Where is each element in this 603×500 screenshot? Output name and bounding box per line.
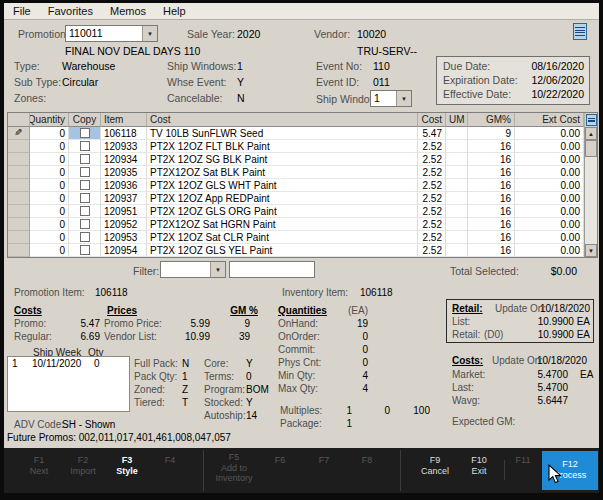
copy-checkbox[interactable]	[80, 141, 90, 151]
copy-cell[interactable]	[69, 166, 101, 179]
promotion-combobox[interactable]: 110011 ▼	[65, 25, 158, 42]
row-selector-cell[interactable]	[8, 153, 30, 166]
event-no-label: Event No:	[316, 60, 362, 72]
f4-button[interactable]: F4	[146, 455, 194, 466]
copy-cell[interactable]	[69, 153, 101, 166]
cost-cell: 2.52	[418, 192, 446, 205]
copy-cell[interactable]	[69, 140, 101, 153]
ship-week-date: 10/11/2020	[32, 358, 94, 369]
row-selector-cell[interactable]	[8, 179, 30, 192]
chevron-down-icon[interactable]: ▼	[142, 26, 157, 41]
filter-label: Filter:	[133, 265, 159, 277]
copy-checkbox[interactable]	[80, 232, 90, 242]
scrollbar-thumb[interactable]	[585, 140, 597, 157]
filter-combobox[interactable]: ▼	[160, 261, 226, 278]
terms-label: Terms:	[204, 371, 234, 382]
ship-window-combobox[interactable]: 1 ▼	[370, 90, 412, 107]
cost-cell: 2.52	[418, 153, 446, 166]
quantity-cell[interactable]: 0	[30, 244, 69, 257]
row-selector-cell[interactable]	[8, 166, 30, 179]
menu-file[interactable]: File	[13, 5, 31, 17]
item-cell: 120951	[101, 205, 147, 218]
f11-button[interactable]: F11	[499, 455, 547, 466]
quantity-cell[interactable]: 0	[30, 179, 69, 192]
f5-add-to-inventory-button[interactable]: F5Add to Inventory	[210, 452, 258, 484]
table-scrollbar[interactable]	[584, 113, 597, 127]
menu-bar: File Favorites Memos Help	[4, 3, 599, 20]
memo-list-icon[interactable]	[573, 23, 587, 40]
copy-checkbox[interactable]	[80, 206, 90, 216]
wavg-label: Wavg:	[452, 395, 480, 406]
f6-button[interactable]: F6	[256, 455, 304, 466]
type-label: Type:	[14, 60, 40, 72]
row-selector-cell[interactable]	[8, 192, 30, 205]
chevron-down-icon[interactable]: ▼	[396, 91, 411, 106]
f3-style-button[interactable]: F3Style	[103, 455, 151, 476]
quantity-cell[interactable]: 0	[30, 205, 69, 218]
quantity-cell[interactable]: 0	[30, 192, 69, 205]
ext-cost-cell: 0.00	[515, 231, 584, 244]
f7-button[interactable]: F7	[300, 455, 348, 466]
row-selector-cell[interactable]	[8, 231, 30, 244]
copy-checkbox[interactable]	[80, 193, 90, 203]
quantity-cell[interactable]: 0	[30, 231, 69, 244]
copy-cell[interactable]	[69, 179, 101, 192]
copy-cell[interactable]	[69, 218, 101, 231]
event-id-value: 011	[373, 76, 390, 88]
chevron-down-icon[interactable]: ▼	[210, 262, 225, 277]
item-cell: 120935	[101, 166, 147, 179]
menu-help[interactable]: Help	[163, 5, 186, 17]
quantities-header: Quantities	[278, 305, 327, 316]
sale-year-label: Sale Year:	[187, 28, 235, 40]
f2-import-button[interactable]: F2Import	[59, 455, 107, 476]
f8-button[interactable]: F8	[343, 455, 391, 466]
filter-input[interactable]	[229, 261, 315, 278]
grid-menu-icon[interactable]	[586, 114, 597, 126]
copy-checkbox[interactable]	[80, 180, 90, 190]
copy-cell[interactable]	[69, 205, 101, 218]
scroll-up-icon[interactable]: ▲	[585, 127, 597, 140]
copy-checkbox[interactable]	[80, 219, 90, 229]
copy-cell[interactable]	[69, 127, 101, 140]
quantity-cell[interactable]: 0	[30, 153, 69, 166]
f9-cancel-button[interactable]: F9Cancel	[411, 455, 459, 476]
menu-favorites[interactable]: Favorites	[48, 5, 93, 17]
ship-week-num: 1	[12, 358, 32, 369]
scroll-down-icon[interactable]: ▼	[585, 244, 597, 257]
ship-week-row[interactable]: 1 10/11/2020 0	[8, 357, 129, 370]
copy-cell[interactable]	[69, 244, 101, 257]
copy-checkbox[interactable]	[80, 167, 90, 177]
quantity-cell[interactable]: 0	[30, 140, 69, 153]
last-value: 5.4700	[520, 382, 568, 393]
cost-cell: 2.52	[418, 140, 446, 153]
row-selector-cell[interactable]	[8, 140, 30, 153]
quantity-cell[interactable]: 0	[30, 218, 69, 231]
f10-exit-button[interactable]: F10Exit	[455, 455, 503, 476]
row-selector-cell[interactable]	[8, 218, 30, 231]
quantity-cell[interactable]: 0	[30, 127, 69, 140]
sub-type-value: Circular	[62, 76, 98, 88]
promo-price-value: 5.99	[170, 318, 210, 329]
row-selector-cell[interactable]	[8, 205, 30, 218]
retail-update-on-value: 10/18/2020	[538, 303, 590, 314]
copy-checkbox[interactable]	[80, 154, 90, 164]
copy-checkbox[interactable]	[80, 128, 90, 138]
row-selector-cell[interactable]	[8, 244, 30, 257]
row-selector-cell[interactable]: ✎	[8, 127, 30, 140]
copy-checkbox[interactable]	[80, 245, 90, 255]
menu-memos[interactable]: Memos	[110, 5, 146, 17]
pack-qty-label: Pack Qty:	[134, 371, 177, 382]
copy-cell[interactable]	[69, 231, 101, 244]
f1-next-button[interactable]: F1Next	[15, 455, 63, 476]
ship-week-listbox[interactable]: 1 10/11/2020 0	[7, 356, 130, 412]
multiples-1: 1	[330, 405, 352, 416]
zones-label: Zones:	[14, 92, 46, 104]
table-row: 0 120936 PT2X 12OZ GLS WHT Paint 2.52 16…	[8, 179, 584, 192]
description-cell: PT2X12OZ Sat HGRN Paint	[147, 218, 418, 231]
vertical-scrollbar[interactable]: ▲ ▼	[584, 127, 597, 257]
mouse-cursor	[548, 464, 563, 485]
item-cell: 120953	[101, 231, 147, 244]
copy-cell[interactable]	[69, 192, 101, 205]
quantity-cell[interactable]: 0	[30, 166, 69, 179]
onorder-value: 0	[330, 331, 368, 342]
